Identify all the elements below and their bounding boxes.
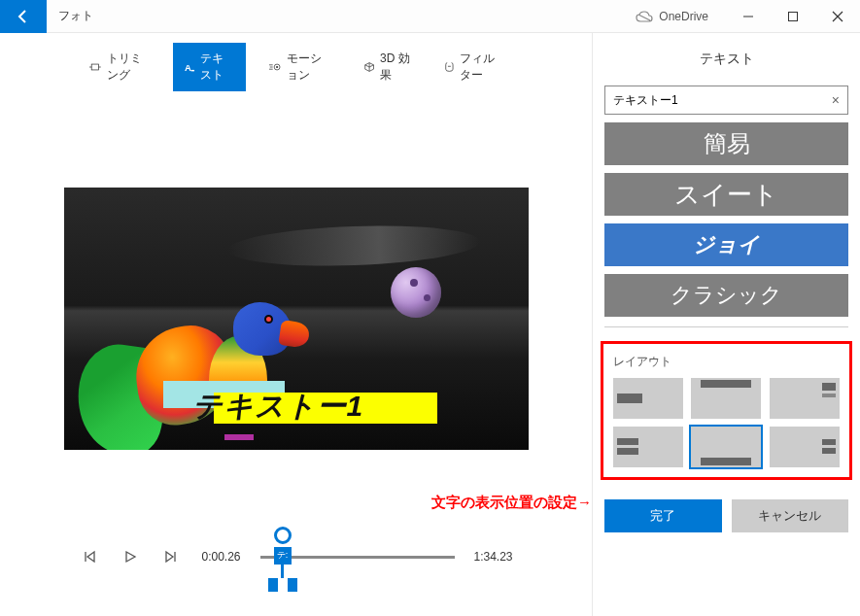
style-simple[interactable]: 簡易 — [604, 122, 848, 165]
style-joy[interactable]: ジョイ — [604, 223, 848, 266]
prev-frame-button[interactable] — [79, 546, 100, 567]
trim-icon — [89, 60, 101, 74]
timeline[interactable]: テ: — [260, 556, 455, 559]
tool-filter[interactable]: フィルター — [433, 43, 514, 91]
tool-3d-label: 3D 効果 — [380, 51, 410, 84]
tool-text-label: テキスト — [200, 51, 234, 84]
text-input[interactable] — [613, 93, 832, 107]
layout-right-top[interactable] — [770, 378, 840, 419]
preview-scene: テキストー1 — [64, 188, 529, 450]
minimize-button[interactable] — [726, 0, 771, 33]
overlay-text-value: テキストー1 — [181, 383, 376, 430]
text-input-row: × — [604, 86, 848, 115]
tool-3d[interactable]: 3D 効果 — [353, 43, 422, 91]
text-overlay: テキストー1 — [181, 383, 376, 430]
annotation-label: 文字の表示位置の設定→ — [431, 494, 592, 512]
playhead[interactable]: テ: — [268, 527, 297, 592]
text-icon: A — [185, 60, 194, 74]
style-classic[interactable]: クラシック — [604, 274, 848, 317]
style-sweet[interactable]: スイート — [604, 173, 848, 216]
back-button[interactable] — [0, 0, 47, 33]
divider — [604, 326, 848, 327]
app-title: フォト — [47, 8, 105, 24]
cloud-icon — [636, 11, 653, 22]
tool-trim-label: トリミング — [107, 51, 150, 84]
cancel-button[interactable]: キャンセル — [732, 499, 849, 532]
tool-motion[interactable]: モーション — [258, 43, 341, 91]
video-preview[interactable]: テキストー1 — [64, 188, 529, 450]
next-frame-button[interactable] — [160, 546, 182, 567]
svg-point-8 — [276, 66, 278, 68]
close-button[interactable] — [815, 0, 860, 33]
total-time: 1:34.23 — [474, 550, 513, 564]
layout-left-middle[interactable] — [613, 378, 683, 419]
play-button[interactable] — [120, 546, 141, 567]
svg-rect-1 — [789, 12, 798, 20]
edit-toolbar: トリミング A テキスト モーション 3D 効果 フィルター — [19, 33, 572, 101]
playback-controls: 0:00.26 テ: 1:34.23 — [19, 517, 572, 616]
playhead-marker-label: テ: — [274, 547, 292, 565]
layout-right-middle[interactable] — [770, 427, 840, 467]
cube-icon — [364, 60, 374, 74]
current-time: 0:00.26 — [201, 550, 240, 564]
tool-text[interactable]: A テキスト — [173, 43, 246, 91]
layout-bottom-center[interactable] — [691, 427, 761, 467]
svg-text:A: A — [185, 62, 191, 73]
layout-top-center[interactable] — [691, 378, 761, 419]
tool-motion-label: モーション — [287, 51, 329, 84]
layout-panel: レイアウト — [601, 341, 852, 480]
filter-icon — [445, 60, 454, 74]
tool-trim[interactable]: トリミング — [78, 43, 161, 91]
layout-left-center[interactable] — [613, 427, 683, 467]
maximize-button[interactable] — [771, 0, 815, 33]
tool-filter-label: フィルター — [460, 51, 502, 84]
clear-text-button[interactable]: × — [832, 92, 840, 108]
onedrive-label: OneDrive — [659, 10, 708, 23]
onedrive-status[interactable]: OneDrive — [618, 10, 726, 23]
layout-title: レイアウト — [613, 354, 840, 370]
done-button[interactable]: 完了 — [604, 499, 722, 532]
panel-title: テキスト — [593, 33, 860, 86]
motion-icon — [269, 60, 281, 74]
ball-prop — [391, 267, 441, 318]
svg-rect-2 — [91, 64, 98, 70]
